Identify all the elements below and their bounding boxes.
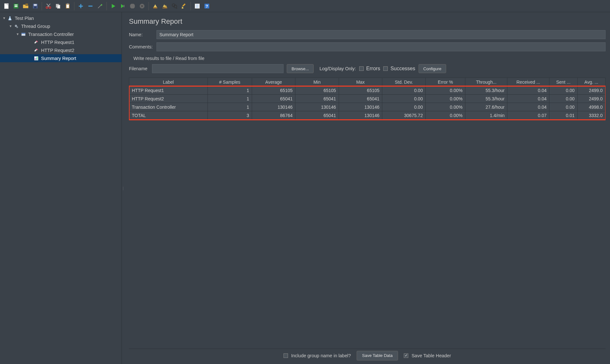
table-column-header[interactable]: Max bbox=[339, 78, 382, 86]
broom-icon[interactable] bbox=[180, 2, 189, 11]
table-cell: TOTAL bbox=[129, 111, 208, 120]
minus-icon[interactable] bbox=[86, 2, 95, 11]
tree-toggle-icon[interactable]: ▼ bbox=[8, 24, 13, 28]
tree-item[interactable]: HTTP Request1 bbox=[0, 38, 122, 46]
table-cell: 3332.0 bbox=[577, 111, 605, 120]
toolbar: ? bbox=[0, 0, 610, 12]
errors-checkbox-group: Errors bbox=[359, 66, 380, 72]
new-icon[interactable] bbox=[2, 2, 11, 11]
svg-rect-0 bbox=[4, 3, 9, 9]
table-column-header[interactable]: Through... bbox=[465, 78, 507, 86]
browse-button[interactable]: Browse... bbox=[287, 64, 314, 73]
table-cell: 65041 bbox=[295, 111, 339, 120]
table-column-header[interactable]: Sent ... bbox=[549, 78, 577, 86]
table-cell: 0.00 bbox=[382, 95, 426, 103]
logdisplay-label: Log/Display Only: bbox=[319, 66, 356, 71]
table-cell: 130146 bbox=[339, 111, 382, 120]
errors-checkbox[interactable] bbox=[359, 66, 364, 71]
paste-icon[interactable] bbox=[63, 2, 72, 11]
splitter[interactable]: ··· bbox=[122, 12, 124, 364]
help-icon[interactable]: ? bbox=[202, 2, 211, 11]
clear-icon[interactable] bbox=[151, 2, 160, 11]
table-cell: 86764 bbox=[252, 111, 295, 120]
tree-item[interactable]: ▼Test Plan bbox=[0, 14, 122, 22]
tree-item[interactable]: ▼Thread Group bbox=[0, 22, 122, 30]
copy-icon[interactable] bbox=[54, 2, 63, 11]
content-panel: Summary Report Name: Comments: Write res… bbox=[124, 12, 610, 364]
table-body: HTTP Request116510565105651050.000.00%55… bbox=[129, 86, 606, 120]
table-cell: 0.00 bbox=[549, 103, 577, 111]
successes-checkbox[interactable] bbox=[383, 66, 388, 71]
comments-input[interactable] bbox=[157, 42, 606, 51]
table-cell: 1 bbox=[208, 86, 252, 95]
include-group-checkbox-group: Include group name in label? bbox=[284, 353, 351, 358]
tree-item-label: Summary Report bbox=[41, 56, 76, 61]
options-icon[interactable] bbox=[193, 2, 202, 11]
svg-rect-3 bbox=[14, 6, 17, 7]
table-cell: 4998.0 bbox=[577, 103, 605, 111]
open-icon[interactable] bbox=[21, 2, 30, 11]
filename-input[interactable] bbox=[152, 64, 284, 73]
include-group-label: Include group name in label? bbox=[291, 353, 351, 358]
save-header-checkbox[interactable] bbox=[404, 353, 408, 358]
table-cell: 65105 bbox=[295, 86, 339, 95]
table-cell: 65041 bbox=[339, 95, 382, 103]
table-column-header[interactable]: Error % bbox=[426, 78, 465, 86]
tree-toggle-icon[interactable]: ▼ bbox=[2, 16, 6, 20]
table-column-header[interactable]: Avg. ... bbox=[577, 78, 605, 86]
name-input[interactable] bbox=[157, 30, 606, 39]
plus-icon[interactable] bbox=[76, 2, 85, 11]
table-cell: 65105 bbox=[252, 86, 295, 95]
stop-icon[interactable] bbox=[128, 2, 137, 11]
table-row[interactable]: HTTP Request116510565105651050.000.00%55… bbox=[129, 86, 606, 95]
successes-checkbox-group: Successes bbox=[383, 66, 415, 72]
table-column-header[interactable]: Min bbox=[295, 78, 339, 86]
svg-rect-2 bbox=[14, 4, 17, 5]
toolbar-separator bbox=[148, 2, 149, 10]
save-table-data-button[interactable]: Save Table Data bbox=[357, 351, 398, 360]
svg-rect-6 bbox=[34, 6, 36, 8]
tree-item[interactable]: Summary Report bbox=[0, 54, 122, 62]
clear-all-icon[interactable] bbox=[160, 2, 169, 11]
chart-icon bbox=[33, 55, 39, 61]
wand-icon[interactable] bbox=[96, 2, 105, 11]
table-cell: 1 bbox=[208, 95, 252, 103]
run-icon[interactable] bbox=[109, 2, 118, 11]
templates-icon[interactable] bbox=[12, 2, 21, 11]
tree-toggle-icon[interactable]: ▼ bbox=[15, 32, 20, 36]
svg-rect-10 bbox=[57, 5, 60, 8]
cut-icon[interactable] bbox=[44, 2, 53, 11]
table-column-header[interactable]: Label bbox=[129, 78, 208, 86]
table-column-header[interactable]: Average bbox=[252, 78, 295, 86]
summary-table: Label# SamplesAverageMinMaxStd. Dev.Erro… bbox=[129, 78, 606, 120]
table-column-header[interactable]: Received ... bbox=[507, 78, 549, 86]
svg-marker-14 bbox=[130, 4, 135, 8]
table-row[interactable]: HTTP Request216504165041650410.000.00%55… bbox=[129, 95, 606, 103]
save-icon[interactable] bbox=[31, 2, 40, 11]
table-cell: 2499.0 bbox=[577, 86, 605, 95]
table-cell: 0.00 bbox=[549, 95, 577, 103]
table-cell: 55.3/hour bbox=[465, 86, 507, 95]
find-icon[interactable] bbox=[170, 2, 179, 11]
table-row[interactable]: Transaction Controller113014613014613014… bbox=[129, 103, 606, 111]
table-cell: 3 bbox=[208, 111, 252, 120]
tree-item-label: HTTP Request1 bbox=[41, 40, 74, 45]
summary-table-wrap: Label# SamplesAverageMinMaxStd. Dev.Erro… bbox=[129, 78, 606, 347]
tree-item[interactable]: ▼Transaction Controller bbox=[0, 30, 122, 38]
configure-button[interactable]: Configure bbox=[419, 64, 446, 73]
table-column-header[interactable]: # Samples bbox=[208, 78, 252, 86]
shutdown-icon[interactable] bbox=[138, 2, 147, 11]
tree-item[interactable]: HTTP Request2 bbox=[0, 46, 122, 54]
svg-rect-26 bbox=[21, 33, 25, 34]
run-remote-icon[interactable] bbox=[118, 2, 127, 11]
table-row[interactable]: TOTAL3867646504113014630675.720.00%1.4/m… bbox=[129, 111, 606, 120]
include-group-checkbox[interactable] bbox=[284, 353, 288, 358]
tree-item-label: Test Plan bbox=[15, 16, 34, 21]
table-cell: 0.04 bbox=[507, 86, 549, 95]
footer: Include group name in label? Save Table … bbox=[129, 349, 606, 362]
save-header-checkbox-group: Save Table Header bbox=[404, 353, 451, 358]
tree-item-label: Transaction Controller bbox=[28, 32, 74, 37]
table-column-header[interactable]: Std. Dev. bbox=[382, 78, 426, 86]
svg-rect-5 bbox=[34, 4, 37, 5]
table-cell: 0.04 bbox=[507, 103, 549, 111]
